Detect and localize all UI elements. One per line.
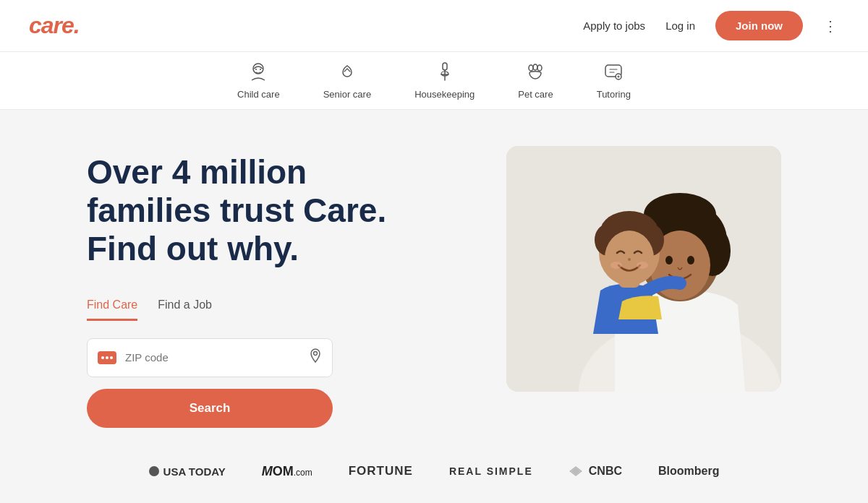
svg-point-7 <box>533 64 537 70</box>
svg-point-23 <box>687 256 694 265</box>
hero-image <box>506 146 781 392</box>
mom-label: MOM.com <box>262 464 312 479</box>
zip-input[interactable] <box>125 351 309 364</box>
press-mom: MOM.com <box>262 464 312 479</box>
search-button[interactable]: Search <box>87 389 333 428</box>
site-logo[interactable]: care. <box>29 12 80 39</box>
dot-3 <box>110 356 113 359</box>
press-cnbc: CNBC <box>569 465 622 478</box>
svg-point-6 <box>537 65 542 71</box>
svg-point-0 <box>253 64 263 74</box>
svg-point-32 <box>628 258 631 261</box>
tab-find-care[interactable]: Find Care <box>87 291 137 321</box>
cnbc-icon <box>569 466 582 476</box>
press-fortune: FORTUNE <box>349 464 413 478</box>
join-now-button[interactable]: Join now <box>715 11 803 40</box>
dot-2 <box>106 356 109 359</box>
cnbc-label: CNBC <box>589 465 622 478</box>
svg-point-31 <box>637 262 648 269</box>
hero-left: Over 4 million families trust Care. Find… <box>87 146 463 428</box>
hero-illustration <box>506 146 781 392</box>
hero-section: Over 4 million families trust Care. Find… <box>0 110 868 450</box>
svg-point-1 <box>255 69 257 70</box>
log-in-link[interactable]: Log in <box>665 20 695 32</box>
usatoday-label: USA TODAY <box>163 465 226 478</box>
press-usatoday: USA TODAY <box>149 465 226 478</box>
press-bloomberg: Bloomberg <box>658 465 719 478</box>
press-realsimple: REAL SIMPLE <box>449 465 533 477</box>
svg-point-2 <box>260 69 261 70</box>
dot-1 <box>101 356 104 359</box>
pet-care-icon <box>525 61 545 85</box>
category-tutoring[interactable]: Tutoring <box>597 61 631 100</box>
category-pet-care[interactable]: Pet care <box>518 61 553 100</box>
more-menu-icon[interactable]: ⋮ <box>823 17 839 35</box>
svg-rect-3 <box>443 63 447 70</box>
header: care. Apply to jobs Log in Join now ⋮ <box>0 0 868 52</box>
header-nav: Apply to jobs Log in Join now ⋮ <box>583 11 839 40</box>
housekeeping-label: Housekeeping <box>414 89 475 100</box>
category-nav: Child care Senior care Housekeeping <box>0 52 868 110</box>
tutoring-icon <box>603 61 624 85</box>
svg-point-22 <box>665 256 673 265</box>
usatoday-icon <box>149 466 159 476</box>
senior-care-icon <box>337 61 357 85</box>
press-logos-section: USA TODAY MOM.com FORTUNE REAL SIMPLE CN… <box>0 450 868 494</box>
category-child-care[interactable]: Child care <box>237 61 280 100</box>
pet-care-label: Pet care <box>518 89 553 100</box>
child-care-label: Child care <box>237 89 280 100</box>
svg-point-30 <box>610 262 622 269</box>
fortune-label: FORTUNE <box>349 464 413 478</box>
bloomberg-label: Bloomberg <box>658 465 719 478</box>
category-housekeeping[interactable]: Housekeeping <box>414 61 475 100</box>
svg-point-5 <box>529 65 533 71</box>
tab-find-job[interactable]: Find a Job <box>158 291 212 321</box>
hero-headline: Over 4 million families trust Care. Find… <box>87 153 420 268</box>
child-care-icon <box>248 61 268 85</box>
realsimple-label: REAL SIMPLE <box>449 465 533 477</box>
svg-point-12 <box>314 352 318 356</box>
zip-brand-icon <box>98 351 116 364</box>
apply-to-jobs-link[interactable]: Apply to jobs <box>583 20 645 32</box>
hero-tabs: Find Care Find a Job <box>87 291 463 321</box>
housekeeping-icon <box>435 61 455 85</box>
zip-search-box <box>87 338 333 377</box>
tutoring-label: Tutoring <box>597 89 631 100</box>
zip-dots <box>101 356 113 359</box>
senior-care-label: Senior care <box>323 89 371 100</box>
location-pin-icon[interactable] <box>309 348 322 366</box>
category-senior-care[interactable]: Senior care <box>323 61 371 100</box>
